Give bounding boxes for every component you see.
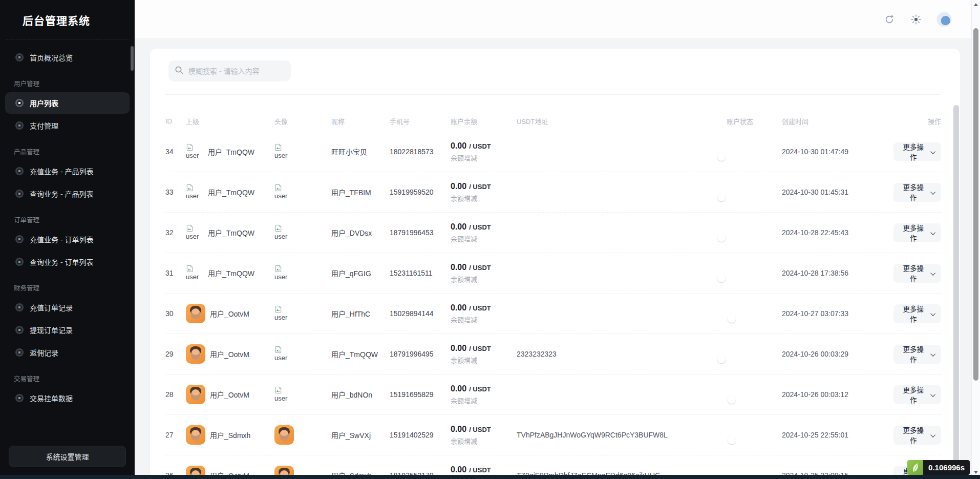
sidebar-item[interactable]: 充值订单记录 <box>5 297 130 318</box>
sidebar-item[interactable]: 查询业务 - 产品列表 <box>5 183 130 204</box>
column-header: 账户余额 <box>451 116 517 126</box>
search-input[interactable] <box>188 67 285 75</box>
sidebar-item[interactable]: 查询业务 - 订单列表 <box>5 251 130 273</box>
sidebar-item-label: 返佣记录 <box>30 347 58 358</box>
sidebar-item-label: 充值订单记录 <box>30 302 73 313</box>
phone-number: 15919959520 <box>390 188 451 196</box>
nickname: 用户_bdNOn <box>331 389 390 400</box>
parent-avatar-photo <box>186 425 205 445</box>
circle-dot-icon <box>15 394 24 402</box>
circle-dot-icon <box>15 326 24 334</box>
balance-amount: 0.00 <box>451 344 466 352</box>
row-id: 33 <box>165 188 186 196</box>
sidebar-item[interactable]: 交易挂单数据 <box>5 387 130 409</box>
scrollbar-thumb[interactable] <box>973 28 978 381</box>
balance-cell: 0.00/ USDT余额增减 <box>451 263 517 284</box>
theme-sun-icon[interactable] <box>910 13 922 26</box>
more-actions-button[interactable]: 更多操作 <box>893 304 941 323</box>
phone-number: 18791996453 <box>390 228 451 237</box>
debug-toolbar-badge[interactable]: 0.106996s <box>907 460 970 475</box>
table-scrollbar-thumb[interactable] <box>953 105 959 479</box>
broken-image: user <box>274 386 292 403</box>
more-actions-button[interactable]: 更多操作 <box>893 385 941 404</box>
broken-image-alt-text: user <box>274 233 287 240</box>
parent-name: 用户_Sdmxh <box>210 430 250 440</box>
balance-adjust-link[interactable]: 余额增减 <box>451 436 517 446</box>
circle-dot-icon <box>15 167 24 175</box>
created-time: 2024-10-26 00:03:29 <box>782 350 893 358</box>
system-settings-button[interactable]: 系统设置管理 <box>9 446 126 467</box>
balance-adjust-link[interactable]: 余额增减 <box>451 315 517 324</box>
parent-cell: 用户_OotvM <box>186 304 274 323</box>
balance-adjust-link[interactable]: 余额增减 <box>451 234 517 243</box>
more-actions-button[interactable]: 更多操作 <box>893 142 941 161</box>
balance-cell: 0.00/ USDT余额增减 <box>451 222 517 243</box>
scroll-up-arrow[interactable] <box>974 3 978 6</box>
action-cell: 更多操作 <box>893 385 941 404</box>
scroll-down-arrow[interactable] <box>974 471 978 474</box>
avatar-cell: user <box>274 265 331 281</box>
balance-adjust-link[interactable]: 余额增减 <box>451 193 517 203</box>
balance-currency: / USDT <box>469 385 491 393</box>
app-title: 后台管理系统 <box>0 0 135 28</box>
toggle-knob <box>728 436 736 444</box>
avatar-cell: user <box>274 224 331 241</box>
chevron-down-icon <box>930 190 935 195</box>
balance-adjust-link[interactable]: 余额增减 <box>451 355 517 365</box>
balance-amount: 0.00 <box>451 384 466 393</box>
balance-cell: 0.00/ USDT余额增减 <box>451 182 517 203</box>
avatar-cell <box>274 425 331 445</box>
sidebar-item-label: 支付管理 <box>30 120 58 131</box>
created-time: 2024-10-28 22:45:43 <box>782 228 893 237</box>
more-actions-button[interactable]: 更多操作 <box>893 426 941 445</box>
sidebar-scrollbar-thumb[interactable] <box>131 46 134 71</box>
sidebar-item[interactable]: 支付管理 <box>5 115 130 136</box>
sidebar-item[interactable]: 充值业务 - 订单列表 <box>5 228 130 250</box>
search-row <box>165 49 941 95</box>
balance-adjust-link[interactable]: 余额增减 <box>451 153 517 162</box>
broken-image-alt-text: user <box>274 273 287 281</box>
balance-line: 0.00/ USDT <box>451 303 517 313</box>
parent-cell: 用户_Sdmxh <box>186 425 274 445</box>
sidebar-item-label: 查询业务 - 产品列表 <box>30 189 93 199</box>
parent-avatar-photo <box>186 385 205 404</box>
created-time: 2024-10-26 00:03:12 <box>782 390 893 399</box>
sidebar-item[interactable]: 返佣记录 <box>5 342 130 363</box>
balance-currency: / USDT <box>469 183 491 191</box>
nickname: 用户_TFBIM <box>331 187 390 197</box>
more-actions-label: 更多操作 <box>901 263 926 283</box>
balance-adjust-link[interactable]: 余额增减 <box>451 274 517 284</box>
more-actions-button[interactable]: 更多操作 <box>893 264 941 283</box>
balance-adjust-link[interactable]: 余额增减 <box>451 395 517 405</box>
broken-image: user <box>274 265 292 281</box>
more-actions-button[interactable]: 更多操作 <box>893 183 941 202</box>
broken-image: user <box>186 184 203 200</box>
table-header: ID上级头像昵称手机号账户余额USDT地址账户状态创建时间操作 <box>165 110 941 132</box>
balance-line: 0.00/ USDT <box>451 344 517 353</box>
sidebar-item[interactable]: 提现订单记录 <box>5 319 130 341</box>
table-row: 27用户_Sdmxh用户_SwVXj151914025290.00/ USDT余… <box>165 415 941 455</box>
broken-image-alt-text: user <box>186 273 199 281</box>
more-actions-button[interactable]: 更多操作 <box>893 223 941 242</box>
action-cell: 更多操作 <box>893 264 941 283</box>
toggle-knob <box>717 274 726 282</box>
nickname: 用户_DVDsx <box>331 227 390 238</box>
more-actions-button[interactable]: 更多操作 <box>893 345 941 364</box>
parent-name: 用户_TmQQW <box>208 147 254 157</box>
sidebar-section-label: 用户管理 <box>14 78 135 88</box>
sidebar-item[interactable]: 充值业务 - 产品列表 <box>5 160 130 182</box>
column-header: 手机号 <box>390 116 451 126</box>
more-actions-label: 更多操作 <box>901 384 926 405</box>
sidebar-item[interactable]: 首页概况总览 <box>5 47 130 68</box>
circle-dot-icon <box>15 99 24 107</box>
balance-amount: 0.00 <box>451 263 466 272</box>
sidebar-item[interactable]: 用户列表 <box>5 92 130 114</box>
user-avatar[interactable] <box>936 12 952 27</box>
chevron-down-icon <box>930 351 935 357</box>
table-row: 29用户_OotvMuser用户_TmQQW187919964950.00/ U… <box>165 334 941 374</box>
circle-dot-icon <box>15 235 24 243</box>
column-header: USDT地址 <box>517 116 727 126</box>
parent-name: 用户_TmQQW <box>208 187 254 197</box>
refresh-icon[interactable] <box>883 13 896 26</box>
balance-amount: 0.00 <box>451 465 466 474</box>
